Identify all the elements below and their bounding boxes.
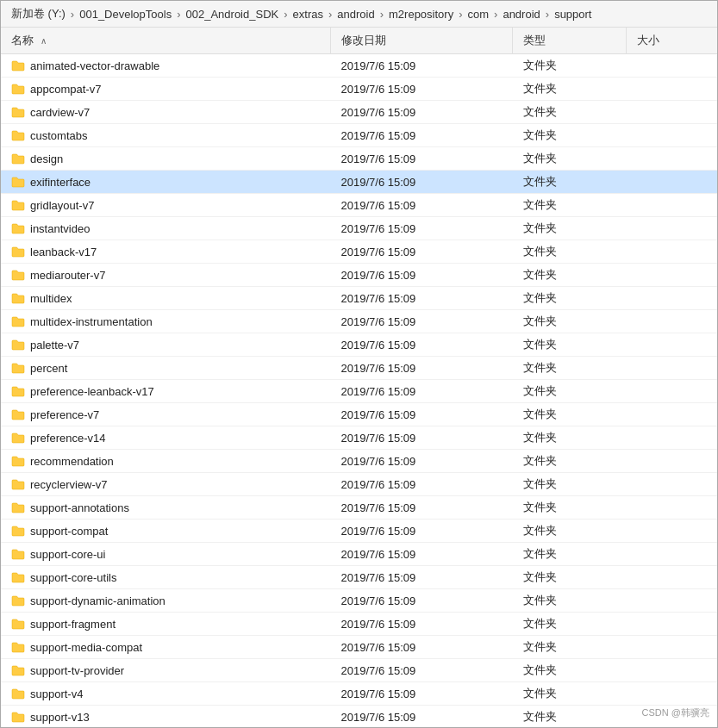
file-date: 2019/7/6 15:09 <box>331 380 513 403</box>
file-date: 2019/7/6 15:09 <box>331 426 513 450</box>
breadcrumb-item-1[interactable]: 001_DevelopTools <box>79 8 172 21</box>
folder-icon <box>11 618 25 630</box>
folder-icon <box>11 501 25 513</box>
file-date: 2019/7/6 15:09 <box>331 636 513 659</box>
folder-icon <box>11 548 25 560</box>
table-row[interactable]: percent 2019/7/6 15:09 文件夹 <box>1 357 717 380</box>
file-size <box>626 613 717 636</box>
table-row[interactable]: multidex-instrumentation 2019/7/6 15:09 … <box>1 310 717 333</box>
file-date: 2019/7/6 15:09 <box>331 450 513 473</box>
file-name: recyclerview-v7 <box>30 478 108 491</box>
table-row[interactable]: preference-v14 2019/7/6 15:09 文件夹 <box>1 426 717 450</box>
table-row[interactable]: support-annotations 2019/7/6 15:09 文件夹 <box>1 496 717 520</box>
folder-icon <box>11 246 25 258</box>
header-name[interactable]: 名称 ∧ <box>1 28 331 54</box>
file-date: 2019/7/6 15:09 <box>331 78 513 101</box>
table-row[interactable]: cardview-v7 2019/7/6 15:09 文件夹 <box>1 101 717 124</box>
table-row[interactable]: exifinterface 2019/7/6 15:09 文件夹 <box>1 171 717 194</box>
file-name: cardview-v7 <box>30 106 90 119</box>
folder-icon <box>11 129 25 141</box>
file-type: 文件夹 <box>513 613 627 636</box>
table-row[interactable]: recommendation 2019/7/6 15:09 文件夹 <box>1 450 717 473</box>
table-row[interactable]: multidex 2019/7/6 15:09 文件夹 <box>1 287 717 310</box>
breadcrumb-item-4[interactable]: android <box>337 8 374 21</box>
table-row[interactable]: appcompat-v7 2019/7/6 15:09 文件夹 <box>1 78 717 101</box>
breadcrumb-item-3[interactable]: extras <box>293 8 323 21</box>
file-size <box>626 194 717 217</box>
table-row[interactable]: gridlayout-v7 2019/7/6 15:09 文件夹 <box>1 194 717 217</box>
breadcrumb-sep-6: › <box>494 8 497 21</box>
file-type: 文件夹 <box>513 450 627 473</box>
table-row[interactable]: support-v4 2019/7/6 15:09 文件夹 <box>1 682 717 706</box>
folder-icon <box>11 525 25 537</box>
table-row[interactable]: support-core-ui 2019/7/6 15:09 文件夹 <box>1 543 717 566</box>
table-row[interactable]: design 2019/7/6 15:09 文件夹 <box>1 147 717 171</box>
table-row[interactable]: support-tv-provider 2019/7/6 15:09 文件夹 <box>1 659 717 682</box>
table-row[interactable]: support-dynamic-animation 2019/7/6 15:09… <box>1 589 717 613</box>
file-date: 2019/7/6 15:09 <box>331 194 513 217</box>
folder-icon <box>11 59 25 72</box>
table-row[interactable]: support-core-utils 2019/7/6 15:09 文件夹 <box>1 566 717 589</box>
file-size <box>626 310 717 333</box>
file-date: 2019/7/6 15:09 <box>331 543 513 566</box>
folder-icon <box>11 176 25 188</box>
table-row[interactable]: palette-v7 2019/7/6 15:09 文件夹 <box>1 333 717 357</box>
file-name: animated-vector-drawable <box>30 59 159 72</box>
file-date: 2019/7/6 15:09 <box>331 171 513 194</box>
breadcrumb-sep-1: › <box>177 8 180 21</box>
file-type: 文件夹 <box>513 217 627 240</box>
watermark: CSDN @韩骥亮 <box>642 706 709 719</box>
header-type[interactable]: 类型 <box>513 28 627 54</box>
header-date[interactable]: 修改日期 <box>331 28 513 54</box>
file-name: appcompat-v7 <box>30 83 101 96</box>
file-size <box>626 78 717 101</box>
file-size <box>626 333 717 357</box>
file-name: design <box>30 152 63 165</box>
breadcrumb-item-5[interactable]: m2repository <box>389 8 453 21</box>
file-name: instantvideo <box>30 222 90 235</box>
file-type: 文件夹 <box>513 333 627 357</box>
file-date: 2019/7/6 15:09 <box>331 403 513 426</box>
table-row[interactable]: support-compat 2019/7/6 15:09 文件夹 <box>1 520 717 543</box>
table-row[interactable]: customtabs 2019/7/6 15:09 文件夹 <box>1 124 717 147</box>
table-row[interactable]: leanback-v17 2019/7/6 15:09 文件夹 <box>1 240 717 264</box>
header-size[interactable]: 大小 <box>626 28 717 54</box>
file-name: support-tv-provider <box>30 664 124 677</box>
table-row[interactable]: animated-vector-drawable 2019/7/6 15:09 … <box>1 54 717 78</box>
file-date: 2019/7/6 15:09 <box>331 659 513 682</box>
file-size <box>626 264 717 287</box>
file-size <box>626 124 717 147</box>
breadcrumb-item-8[interactable]: support <box>554 8 591 21</box>
breadcrumb-item-0[interactable]: 新加卷 (Y:) <box>11 6 66 22</box>
table-row[interactable]: instantvideo 2019/7/6 15:09 文件夹 <box>1 217 717 240</box>
table-row[interactable]: preference-leanback-v17 2019/7/6 15:09 文… <box>1 380 717 403</box>
breadcrumb: 新加卷 (Y:) › 001_DevelopTools › 002_Androi… <box>1 1 717 28</box>
file-date: 2019/7/6 15:09 <box>331 310 513 333</box>
file-list-scroll[interactable]: animated-vector-drawable 2019/7/6 15:09 … <box>1 54 717 727</box>
breadcrumb-item-2[interactable]: 002_Android_SDK <box>186 8 279 21</box>
breadcrumb-item-6[interactable]: com <box>468 8 490 21</box>
table-row[interactable]: support-media-compat 2019/7/6 15:09 文件夹 <box>1 636 717 659</box>
folder-icon <box>11 339 25 351</box>
file-size <box>626 520 717 543</box>
breadcrumb-item-7[interactable]: android <box>503 8 540 21</box>
breadcrumb-sep-3: › <box>328 8 332 21</box>
file-type: 文件夹 <box>513 78 627 101</box>
file-type: 文件夹 <box>513 403 627 426</box>
sort-icon: ∧ <box>41 36 47 46</box>
file-type: 文件夹 <box>513 566 627 589</box>
file-size <box>626 171 717 194</box>
file-date: 2019/7/6 15:09 <box>331 54 513 78</box>
file-table: animated-vector-drawable 2019/7/6 15:09 … <box>1 54 717 727</box>
file-type: 文件夹 <box>513 380 627 403</box>
table-row[interactable]: mediarouter-v7 2019/7/6 15:09 文件夹 <box>1 264 717 287</box>
folder-icon <box>11 199 25 211</box>
table-row[interactable]: recyclerview-v7 2019/7/6 15:09 文件夹 <box>1 473 717 496</box>
table-row[interactable]: preference-v7 2019/7/6 15:09 文件夹 <box>1 403 717 426</box>
file-size <box>626 450 717 473</box>
file-type: 文件夹 <box>513 636 627 659</box>
table-row[interactable]: support-v13 2019/7/6 15:09 文件夹 <box>1 706 717 728</box>
table-row[interactable]: support-fragment 2019/7/6 15:09 文件夹 <box>1 613 717 636</box>
file-size <box>626 240 717 264</box>
file-type: 文件夹 <box>513 147 627 171</box>
